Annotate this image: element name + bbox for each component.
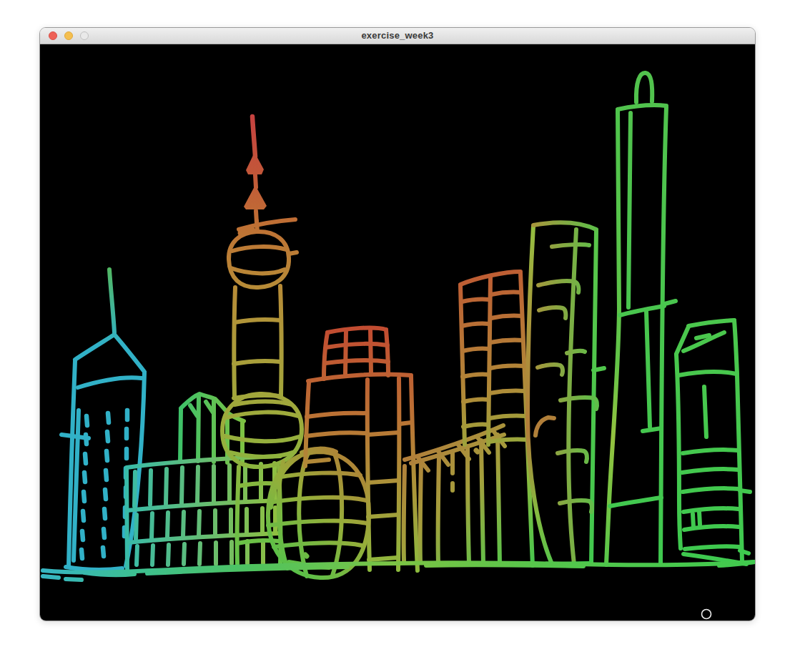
app-window: exercise_week3 xyxy=(39,27,756,621)
building-grid-tower xyxy=(460,272,533,565)
window-title: exercise_week3 xyxy=(40,28,755,44)
globe-sphere xyxy=(268,449,369,578)
close-button[interactable] xyxy=(49,31,57,40)
building-left-teal-tower xyxy=(61,270,144,570)
building-right-green xyxy=(676,320,750,564)
building-low-wide xyxy=(127,456,280,569)
minimize-button[interactable] xyxy=(64,31,73,40)
sketch-canvas[interactable] xyxy=(40,44,756,621)
zoom-button[interactable] xyxy=(80,31,89,40)
left-tower-windows xyxy=(82,410,127,558)
titlebar[interactable]: exercise_week3 xyxy=(40,28,755,44)
skyline-drawing xyxy=(40,44,756,621)
building-gold-green-tower xyxy=(528,222,604,564)
building-tallest-tower xyxy=(606,73,676,565)
indicator-circle xyxy=(702,610,711,619)
